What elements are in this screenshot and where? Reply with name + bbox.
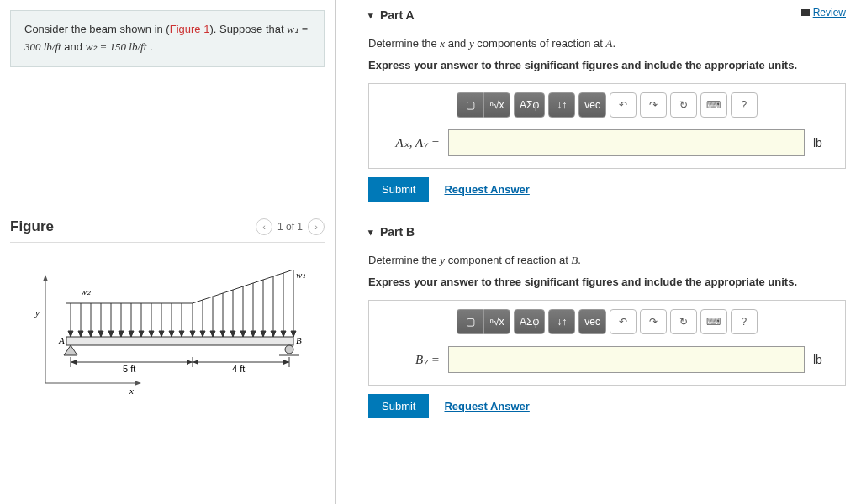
- figure-count: 1 of 1: [277, 221, 303, 233]
- answer-panel: Review Part A Determine the x and y comp…: [336, 0, 861, 504]
- svg-marker-13: [88, 331, 93, 337]
- part-b-input-label: Bᵧ =: [381, 352, 440, 367]
- figure-title: Figure: [10, 218, 54, 235]
- problem-statement: Consider the beam shown in (Figure 1). S…: [10, 10, 325, 67]
- svg-marker-29: [169, 331, 174, 337]
- svg-point-55: [285, 345, 293, 354]
- part-a-question: Determine the x and y components of reac…: [368, 37, 846, 50]
- part-b-header[interactable]: Part B: [368, 225, 846, 239]
- part-b-answer-box: ▢ ⁿ√x ΑΣφ ↓↑ vec ↶ ↷ ↻ ⌨ ? Bᵧ = lb: [368, 300, 846, 386]
- redo-button[interactable]: ↷: [640, 309, 667, 334]
- svg-marker-64: [193, 360, 198, 365]
- period: .: [146, 40, 152, 53]
- part-a-title: Part A: [380, 8, 415, 22]
- undo-button[interactable]: ↶: [610, 92, 637, 118]
- svg-marker-11: [78, 331, 83, 337]
- svg-marker-33: [190, 331, 195, 337]
- problem-text-pre: Consider the beam shown in (: [24, 23, 170, 35]
- part-a-submit-button[interactable]: Submit: [368, 177, 429, 202]
- part-a-request-link[interactable]: Request Answer: [444, 183, 529, 196]
- svg-marker-49: [271, 331, 276, 337]
- svg-marker-21: [129, 331, 134, 337]
- part-b-request-link[interactable]: Request Answer: [444, 400, 529, 412]
- part-a-answer-box: ▢ ⁿ√x ΑΣφ ↓↑ vec ↶ ↷ ↻ ⌨ ? Aₓ, Aᵧ = lb: [368, 83, 846, 169]
- part-a-block: Part A Determine the x and y components …: [368, 8, 846, 202]
- svg-marker-62: [71, 360, 77, 365]
- part-a-unit: lb: [813, 136, 833, 150]
- svg-marker-37: [210, 331, 215, 337]
- updown-button[interactable]: ↓↑: [548, 92, 575, 118]
- part-a-actions: Submit Request Answer: [368, 177, 846, 202]
- review-link[interactable]: Review: [801, 7, 846, 18]
- help-button[interactable]: ?: [731, 92, 758, 118]
- part-b-toolbar: ▢ ⁿ√x ΑΣφ ↓↑ vec ↶ ↷ ↻ ⌨ ?: [381, 309, 833, 334]
- part-b-instruction: Express your answer to three significant…: [368, 276, 846, 288]
- figure-section: Figure ‹ 1 of 1 › y x: [10, 218, 325, 396]
- x-axis-label: x: [129, 386, 134, 396]
- flag-icon: [801, 9, 810, 16]
- undo-button[interactable]: ↶: [610, 309, 637, 334]
- part-b-unit: lb: [813, 353, 833, 366]
- problem-panel: Consider the beam shown in (Figure 1). S…: [0, 0, 336, 504]
- w2-label: w₂: [81, 286, 91, 297]
- next-figure-button[interactable]: ›: [308, 218, 325, 235]
- part-b-title: Part B: [380, 225, 415, 239]
- w1-label: w₁: [296, 270, 306, 280]
- part-b-submit-button[interactable]: Submit: [368, 394, 429, 418]
- redo-button[interactable]: ↷: [640, 92, 667, 118]
- template-button[interactable]: ▢: [457, 309, 483, 334]
- part-a-header[interactable]: Part A: [368, 8, 846, 22]
- part-a-input-label: Aₓ, Aᵧ =: [381, 135, 440, 150]
- template-button[interactable]: ▢: [457, 92, 483, 118]
- svg-marker-19: [119, 331, 124, 337]
- part-b-input-row: Bᵧ = lb: [381, 346, 833, 373]
- svg-marker-45: [251, 331, 256, 337]
- reset-button[interactable]: ↻: [670, 92, 697, 118]
- svg-marker-23: [139, 331, 144, 337]
- svg-marker-25: [149, 331, 154, 337]
- prev-figure-button[interactable]: ‹: [256, 218, 272, 235]
- span1-label: 5 ft: [123, 364, 135, 374]
- svg-marker-63: [187, 360, 193, 365]
- part-a-input[interactable]: [448, 129, 805, 156]
- w2-value: w₂ = 150 lb/ft: [86, 40, 147, 53]
- svg-marker-47: [261, 331, 266, 337]
- svg-marker-54: [64, 345, 77, 355]
- svg-marker-35: [200, 331, 205, 337]
- review-text: Review: [813, 7, 846, 18]
- reset-button[interactable]: ↻: [670, 309, 697, 334]
- svg-marker-31: [179, 331, 184, 337]
- svg-marker-27: [159, 331, 164, 337]
- svg-marker-43: [240, 331, 246, 337]
- vec-button[interactable]: vec: [578, 92, 606, 118]
- part-a-instruction: Express your answer to three significant…: [368, 59, 846, 71]
- y-axis-label: y: [34, 307, 40, 318]
- figure-header: Figure ‹ 1 of 1 ›: [10, 218, 325, 243]
- svg-marker-17: [108, 331, 114, 337]
- part-a-toolbar: ▢ ⁿ√x ΑΣφ ↓↑ vec ↶ ↷ ↻ ⌨ ?: [381, 92, 833, 118]
- root-button[interactable]: ⁿ√x: [483, 92, 510, 118]
- greek-button[interactable]: ΑΣφ: [514, 92, 545, 118]
- beam-figure: y x: [29, 253, 306, 396]
- part-a-input-row: Aₓ, Aᵧ = lb: [381, 129, 833, 156]
- part-b-input[interactable]: [448, 346, 805, 373]
- svg-marker-3: [135, 381, 141, 386]
- svg-marker-65: [283, 360, 289, 365]
- greek-button[interactable]: ΑΣφ: [514, 309, 545, 334]
- svg-marker-9: [68, 331, 73, 337]
- svg-marker-15: [98, 331, 103, 337]
- svg-marker-41: [230, 331, 235, 337]
- A-label: A: [58, 335, 65, 345]
- keyboard-button[interactable]: ⌨: [700, 92, 727, 118]
- svg-rect-4: [66, 337, 293, 345]
- part-b-block: Part B Determine the y component of reac…: [368, 225, 846, 418]
- svg-marker-2: [43, 275, 48, 281]
- figure-link[interactable]: Figure 1: [170, 23, 210, 35]
- B-label: B: [296, 335, 302, 345]
- vec-button[interactable]: vec: [578, 309, 606, 334]
- keyboard-button[interactable]: ⌨: [700, 309, 727, 334]
- root-button[interactable]: ⁿ√x: [483, 309, 510, 334]
- and-text: and: [61, 40, 86, 53]
- help-button[interactable]: ?: [731, 309, 758, 334]
- updown-button[interactable]: ↓↑: [548, 309, 575, 334]
